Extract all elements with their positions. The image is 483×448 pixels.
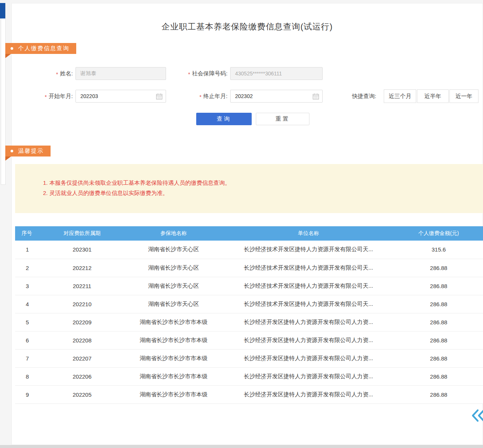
col-header-period: 对应费款所属期 — [40, 226, 125, 241]
name-label: * 姓名: — [30, 67, 73, 80]
required-asterisk: * — [188, 71, 190, 77]
start-month-field-wrap — [75, 90, 166, 103]
quick-query-label: 快捷查询: — [352, 89, 376, 103]
quick-btn-one-year[interactable]: 近一年 — [449, 89, 478, 103]
table-row: 1202301湖南省长沙市天心区长沙经济技术开发区捷特人力资源开发有限公司天..… — [15, 241, 483, 259]
name-field[interactable] — [76, 68, 166, 80]
tips-notice-box: 1. 本服务仅提供尚未领取企业职工基本养老保险待遇人员的缴费信息查询。 2. 灵… — [15, 164, 483, 213]
required-asterisk: * — [45, 94, 46, 100]
col-header-company: 单位名称 — [223, 226, 394, 241]
end-month-field-wrap — [230, 90, 323, 103]
section-badge-personal-query: 个人缴费信息查询 — [5, 43, 76, 54]
table-row: 5202209湖南省长沙市长沙市市本级长沙经济开发区捷特人力资源开发有限公司人力… — [15, 313, 483, 331]
end-month-field[interactable] — [231, 90, 322, 102]
collapse-double-chevron-icon[interactable] — [470, 407, 483, 424]
section-badge-tips: 温馨提示 — [5, 146, 51, 156]
required-asterisk: * — [56, 71, 58, 77]
col-header-no: 序号 — [15, 226, 40, 241]
table-row: 7202207湖南省长沙市长沙市市本级长沙经济开发区捷特人力资源开发有限公司人力… — [15, 349, 483, 367]
required-asterisk: * — [199, 94, 201, 100]
col-header-amount: 个人缴费金额(元) — [394, 226, 483, 241]
section-badge-label: 个人缴费信息查询 — [18, 45, 69, 52]
table-row: 2202212湖南省长沙市天心区长沙经济技术开发区捷特人力资源开发有限公司天..… — [15, 259, 483, 277]
page-title: 企业职工基本养老保险缴费信息查询(试运行) — [11, 21, 483, 32]
tips-line-1: 1. 本服务仅提供尚未领取企业职工基本养老保险待遇人员的缴费信息查询。 — [43, 178, 483, 188]
payment-table: 序号 对应费款所属期 参保地名称 单位名称 个人缴费金额(元) 1202301湖… — [15, 226, 483, 404]
sidebar-top-accent — [0, 3, 5, 18]
bottom-strip — [0, 445, 483, 448]
table-row: 9202205湖南省长沙市长沙市市本级长沙经济开发区捷特人力资源开发有限公司人力… — [15, 385, 483, 404]
ssn-field[interactable] — [231, 68, 322, 80]
start-month-label: * 开始年月: — [30, 90, 73, 103]
section-badge-label: 温馨提示 — [18, 147, 44, 155]
search-button[interactable]: 查询 — [196, 113, 252, 125]
reset-button[interactable]: 重置 — [256, 113, 309, 125]
ssn-label: * 社会保障号码: — [172, 67, 228, 80]
tips-line-2: 2. 灵活就业人员的缴费单位信息以实际缴费为准。 — [43, 188, 483, 198]
col-header-area: 参保地名称 — [125, 226, 223, 241]
calendar-icon[interactable] — [156, 93, 163, 100]
calendar-icon[interactable] — [312, 93, 319, 100]
table-row: 4202210湖南省长沙市天心区长沙经济技术开发区捷特人力资源开发有限公司天..… — [15, 295, 483, 313]
start-month-field[interactable] — [76, 90, 166, 102]
quick-btn-half-year[interactable]: 近半年 — [417, 89, 449, 103]
table-row: 6202208湖南省长沙市长沙市市本级长沙经济开发区捷特人力资源开发有限公司人力… — [15, 331, 483, 349]
badge-bullet-icon — [11, 150, 13, 152]
end-month-label: * 终止年月: — [172, 90, 228, 103]
table-row: 3202211湖南省长沙市天心区长沙经济技术开发区捷特人力资源开发有限公司天..… — [15, 277, 483, 295]
table-row: 8202206湖南省长沙市长沙市市本级长沙经济开发区捷特人力资源开发有限公司人力… — [15, 367, 483, 385]
ssn-field-wrap — [230, 67, 323, 80]
name-field-wrap — [75, 67, 166, 80]
quick-btn-3months[interactable]: 近三个月 — [384, 89, 416, 103]
badge-bullet-icon — [11, 47, 13, 50]
table-header-row: 序号 对应费款所属期 参保地名称 单位名称 个人缴费金额(元) — [15, 226, 483, 241]
